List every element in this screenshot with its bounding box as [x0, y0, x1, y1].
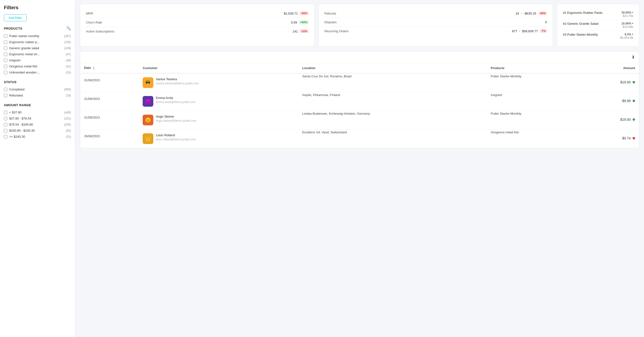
top-product-row: #2 Generic Granite Salad 16.96% • $10.09… — [563, 20, 633, 31]
filter-checkbox[interactable] — [4, 129, 7, 132]
table-row: 26/08/2023 👑 Lison Rolland lison.rolland… — [80, 129, 639, 148]
sidebar-title: Filters — [4, 5, 71, 11]
filter-checkbox[interactable] — [4, 71, 7, 74]
recurring-count: 877 — [512, 29, 517, 33]
filter-item-count: (23) — [66, 135, 71, 138]
filter-item: Gorgeous metal fish (41) — [4, 63, 71, 69]
filter-item: Generic granite salad (109) — [4, 45, 71, 51]
top-product-stats: 16.96% • $10.09k — [622, 22, 633, 29]
active-subs-row: Active Subscriptions 141 -32% — [86, 27, 308, 36]
filter-item: Refunded (19) — [4, 92, 71, 98]
products-filter-section: Products 🔍 Putler starter-monthly (267) … — [4, 26, 71, 75]
filter-item: < $37.80 (445) — [4, 109, 71, 115]
cell-product: Gorgeous metal fish — [487, 129, 583, 148]
filter-item-label: Generic granite salad — [9, 46, 39, 50]
stats-card-1: MRR $1,028.71 -56% Churn Rate 0.09 +90% … — [80, 4, 314, 47]
filter-checkbox[interactable] — [4, 111, 7, 114]
filter-checkbox[interactable] — [4, 59, 7, 62]
table-row: 31/08/2023 😐 Hugo Steiner hugo.steiner@d… — [80, 111, 639, 129]
disputes-row: Disputes 0 — [324, 18, 547, 27]
main-content: MRR $1,028.71 -56% Churn Rate 0.09 +90% … — [75, 0, 644, 337]
top-product-stats: 8.5% • $5,053.99 — [620, 33, 633, 40]
refunds-value: -$635.25 — [524, 12, 536, 15]
col-date: Date ▲▼ — [80, 63, 139, 73]
refunds-dot: • — [521, 12, 522, 15]
filter-item: >= $240.30 (23) — [4, 134, 71, 140]
amount-filter-section: Amount Range < $37.80 (445) $37.80 - $78… — [4, 103, 71, 140]
amount-value: $19.00 — [620, 80, 631, 84]
date-sort-icon[interactable]: ▲▼ — [93, 66, 95, 70]
download-button[interactable]: ⬇ — [632, 55, 635, 60]
cell-amount: $19.00 — [583, 111, 639, 129]
filter-checkbox[interactable] — [4, 65, 7, 68]
amount-value: $9.99 — [622, 99, 631, 103]
filter-checkbox[interactable] — [4, 41, 7, 44]
filter-checkbox[interactable] — [4, 35, 7, 38]
filter-checkbox[interactable] — [4, 88, 7, 91]
filter-checkbox[interactable] — [4, 135, 7, 138]
filter-item-count: (47) — [66, 53, 71, 56]
filter-item-count: (445) — [64, 111, 71, 114]
sidebar: Filters Add Filter Products 🔍 Putler sta… — [0, 0, 75, 337]
mrr-row: MRR $1,028.71 -56% — [86, 9, 308, 18]
amount-value: $19.00 — [620, 118, 631, 122]
customer-name: Vanice Teixeira — [156, 77, 199, 81]
customer-email: emma.arola@demo.putler.com — [156, 100, 196, 104]
customer-name: Hugo Steiner — [156, 115, 196, 118]
cell-product: Putler Starter-Monthly — [487, 73, 583, 92]
churn-label: Churn Rate — [86, 21, 115, 24]
add-filter-button[interactable]: Add Filter — [4, 14, 27, 21]
refunds-label: Refunds — [324, 12, 354, 15]
top-product-pct: 39.94% • — [622, 11, 633, 14]
mrr-label: MRR — [86, 12, 115, 15]
products-section-title: Products — [4, 27, 22, 30]
top-product-row: #1 Ergonomic Rubber Pants 39.94% • $23.7… — [563, 9, 633, 20]
cell-customer: 😈 Emma Arola emma.arola@demo.putler.com — [139, 92, 298, 111]
mrr-badge: -56% — [300, 12, 308, 15]
disputes-value: 0 — [545, 20, 547, 24]
cell-location: Santa Cruz Do Sul, Roraima, Brazil — [298, 73, 487, 92]
mrr-value: $1,028.71 — [284, 12, 298, 15]
active-subs-badge: -32% — [300, 29, 308, 33]
stats-row: MRR $1,028.71 -56% Churn Rate 0.09 +90% … — [80, 4, 639, 47]
recurring-badge: -7% — [540, 29, 547, 33]
cell-date: 31/08/2023 — [80, 92, 139, 111]
filter-item-label: Unbranded wooden ... — [9, 71, 40, 74]
amount-section-title: Amount Range — [4, 103, 31, 107]
filter-item-count: (46) — [66, 59, 71, 62]
filter-item: Completed (858) — [4, 86, 71, 92]
filter-item: $160.80 - $240.30 (53) — [4, 128, 71, 134]
filter-checkbox[interactable] — [4, 94, 7, 97]
cell-location: Ecublens Vd, Vaud, Switzerland — [298, 129, 487, 148]
products-search-icon[interactable]: 🔍 — [66, 26, 71, 31]
filter-item: Icegram (46) — [4, 57, 71, 63]
top-product-stats: 39.94% • $23.75k — [622, 11, 633, 18]
filter-checkbox[interactable] — [4, 123, 7, 126]
cell-date: 26/08/2023 — [80, 129, 139, 148]
churn-row: Churn Rate 0.09 +90% — [86, 18, 308, 27]
filter-item: $78.54 - $160.80 (255) — [4, 122, 71, 128]
filter-item-count: (255) — [64, 123, 71, 126]
top-product-amt: $23.75k — [622, 14, 633, 18]
top-product-amt: $5,053.99 — [620, 36, 633, 40]
active-subs-label: Active Subscriptions — [86, 30, 115, 33]
cell-date: 31/08/2023 — [80, 73, 139, 92]
table-header: Date ▲▼ Customer Location Products Amoun… — [80, 63, 639, 73]
customer-email: vanice.teixeira@demo.putler.com — [156, 82, 199, 85]
filter-item-label: Putler starter-monthly — [9, 34, 39, 38]
cell-amount: $0.74 — [583, 129, 639, 148]
filter-item: Ergonomic rubber p... (150) — [4, 39, 71, 45]
avatar: 😐 — [143, 115, 153, 125]
status-dot — [632, 81, 635, 83]
top-product-name: #2 Generic Granite Salad — [563, 22, 598, 26]
refunds-row: Refunds 19 • -$635.25 -46% — [324, 9, 547, 18]
filter-checkbox[interactable] — [4, 117, 7, 120]
cell-date: 31/08/2023 — [80, 111, 139, 129]
filter-item-count: (109) — [64, 47, 71, 50]
avatar: 👑 — [143, 133, 153, 144]
filter-checkbox[interactable] — [4, 53, 7, 56]
filter-item: Unbranded wooden ... (19) — [4, 69, 71, 75]
churn-badge: +90% — [299, 20, 308, 24]
filter-checkbox[interactable] — [4, 47, 7, 50]
customer-email: lison.rolland@demo.putler.com — [156, 138, 196, 141]
